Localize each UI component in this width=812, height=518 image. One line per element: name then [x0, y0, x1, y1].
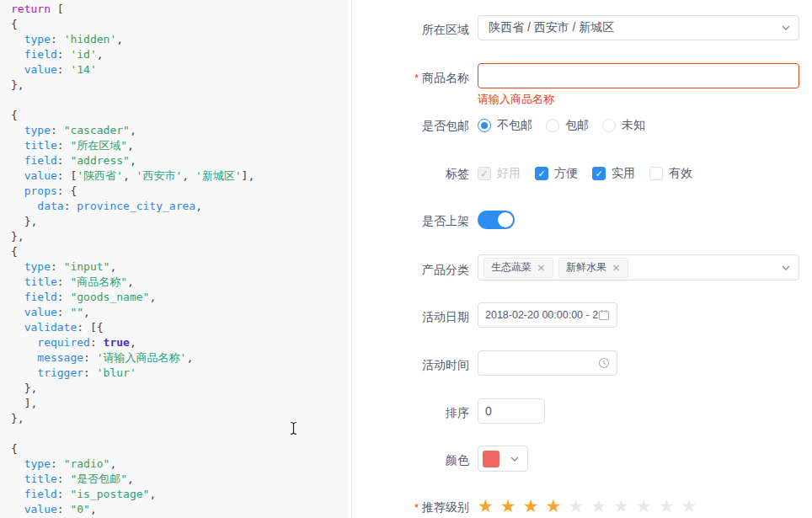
switch-knob	[498, 212, 513, 227]
code-editor-panel[interactable]: return [{ type: 'hidden', field: 'id', v…	[0, 0, 349, 518]
form-row-is-on-sale: 是否上架	[352, 211, 812, 229]
region-cascader[interactable]: 陕西省 / 西安市 / 新城区	[478, 15, 799, 40]
region-value: 陕西省 / 西安市 / 新城区	[478, 20, 799, 35]
radio-option-label: 不包邮	[497, 118, 532, 133]
code-content[interactable]: return [{ type: 'hidden', field: 'id', v…	[0, 0, 349, 518]
star-icon[interactable]: ★	[568, 497, 584, 515]
on-sale-switch[interactable]	[478, 211, 515, 229]
star-icon[interactable]: ★	[590, 497, 606, 515]
color-swatch	[483, 451, 499, 467]
region-label: 所在区域	[352, 21, 469, 38]
radio-option[interactable]: 未知	[602, 118, 645, 133]
radio-option-label: 包邮	[565, 118, 589, 133]
date-range-input[interactable]: 2018-02-20 00:00:00 - 2	[478, 302, 617, 328]
category-tag: 新鲜水果×	[558, 258, 628, 278]
goods-name-input[interactable]	[478, 63, 799, 88]
checkbox-option-label: 方便	[554, 166, 578, 181]
checkbox-option[interactable]: ✓实用	[592, 166, 635, 181]
is-postage-radio-group: 不包邮包邮未知	[478, 118, 659, 133]
sort-number-input[interactable]: 0	[478, 398, 545, 424]
star-icon[interactable]: ★	[681, 497, 697, 515]
checkbox-option[interactable]: 有效	[649, 166, 692, 181]
date-value: 2018-02-20 00:00:00 - 2	[478, 309, 617, 321]
goods-name-error: 请输入商品名称	[478, 93, 554, 105]
checkbox-option[interactable]: ✓方便	[535, 166, 578, 181]
goods-name-label: *商品名称	[352, 69, 469, 87]
radio-option[interactable]: 包邮	[546, 118, 589, 133]
required-asterisk: *	[414, 501, 419, 514]
chevron-down-icon	[510, 454, 520, 464]
checkbox-icon: ✓	[535, 167, 548, 180]
star-icon[interactable]: ★	[613, 497, 629, 515]
star-icon[interactable]: ★	[523, 497, 539, 515]
rate-label: *推荐级别	[352, 499, 469, 516]
radio-circle-icon	[546, 119, 559, 132]
checkbox-icon: ✓	[478, 167, 491, 180]
chevron-down-icon	[781, 23, 791, 33]
category-tag-label: 新鲜水果	[566, 260, 606, 275]
category-tag-label: 生态蔬菜	[491, 260, 532, 275]
checkbox-option: ✓好用	[478, 166, 521, 181]
checkbox-option-label: 好用	[497, 166, 521, 181]
category-multiselect[interactable]: 生态蔬菜×新鲜水果×	[478, 254, 799, 280]
star-icon[interactable]: ★	[500, 497, 516, 515]
radio-option-label: 未知	[622, 118, 645, 133]
is-postage-label: 是否包邮	[352, 117, 469, 134]
sort-label: 排序	[352, 404, 469, 421]
time-input[interactable]	[478, 350, 617, 376]
calendar-icon	[598, 309, 610, 321]
category-tag: 生态蔬菜×	[483, 258, 553, 278]
form-panel: 所在区域 陕西省 / 西安市 / 新城区 *商品名称 请输入商品名称 是否包邮 …	[352, 0, 812, 518]
rate-stars: ★★★★★★★★★★	[478, 497, 697, 515]
is-on-sale-label: 是否上架	[352, 212, 469, 229]
screen: return [{ type: 'hidden', field: 'id', v…	[0, 0, 812, 518]
date-label: 活动日期	[352, 308, 469, 325]
tags-label: 标签	[352, 165, 469, 182]
category-label: 产品分类	[352, 261, 469, 278]
chevron-down-icon	[781, 263, 791, 273]
star-icon[interactable]: ★	[545, 497, 561, 515]
checkbox-icon	[649, 167, 663, 180]
form-row-category: 产品分类 生态蔬菜×新鲜水果×	[352, 254, 812, 280]
checkbox-option-label: 实用	[612, 166, 635, 181]
category-tags: 生态蔬菜×新鲜水果×	[478, 255, 628, 280]
radio-circle-icon	[602, 119, 616, 132]
radio-option[interactable]: 不包邮	[478, 118, 532, 133]
star-icon[interactable]: ★	[478, 497, 494, 515]
sort-value: 0	[478, 404, 492, 418]
form-row-color: 颜色	[352, 446, 812, 472]
required-asterisk: *	[414, 72, 419, 84]
star-icon[interactable]: ★	[636, 497, 652, 515]
text-cursor-icon	[289, 421, 298, 435]
checkbox-option-label: 有效	[669, 166, 692, 181]
tags-checkbox-group: ✓好用✓方便✓实用有效	[478, 166, 707, 181]
star-icon[interactable]: ★	[659, 497, 675, 515]
color-label: 颜色	[352, 451, 469, 468]
tag-remove-icon[interactable]: ×	[612, 261, 621, 274]
color-picker[interactable]	[478, 446, 528, 472]
tag-remove-icon[interactable]: ×	[537, 261, 546, 274]
clock-icon	[598, 357, 610, 369]
checkbox-icon: ✓	[592, 167, 606, 180]
form-row-region: 所在区域 陕西省 / 西安市 / 新城区	[352, 15, 812, 40]
time-label: 活动时间	[352, 356, 469, 373]
radio-circle-icon	[478, 119, 491, 132]
